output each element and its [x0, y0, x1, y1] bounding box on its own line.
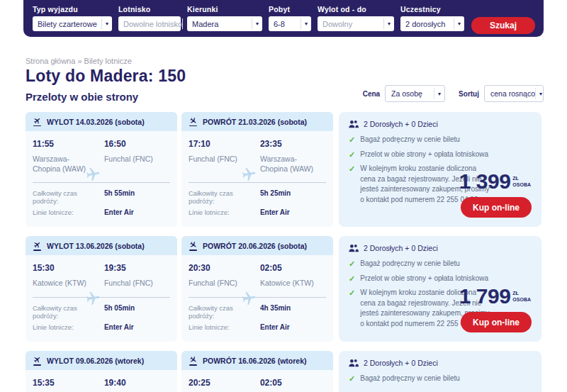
filter-bar: Typ wyjazdu Bilety czarterowe ▾ Lotnisko… [23, 0, 544, 37]
breadcrumb-home-link[interactable]: Strona główna [26, 57, 75, 65]
outbound-section: WYLOT 14.03.2026 (sobota) 11:55 Warszawa… [26, 112, 177, 227]
departure-range-select[interactable]: Dowolny ▾ [318, 16, 394, 31]
benefit-item: ✓Przelot w obie strony + opłata lotnisko… [349, 150, 490, 160]
passengers-label: 2 Dorosłych + 0 Dzieci [364, 244, 438, 252]
arrival-time: 19:35 [104, 263, 170, 273]
filter-destination: Kierunki Madera ▾ [187, 5, 262, 31]
benefit-item: ✓Bagaż podręczny w cenie biletu [349, 259, 490, 269]
offer-panel: 2 Dorosłych + 0 Dzieci ✓Bagaż podręczny … [339, 351, 541, 392]
duration-label: Całkowity czas podróży: [33, 189, 104, 205]
check-icon: ✓ [349, 259, 355, 269]
plane-right-icon [241, 167, 257, 185]
filter-label: Typ wyjazdu [33, 5, 112, 13]
filter-label: Kierunki [187, 5, 262, 13]
plane-right-icon [241, 291, 257, 309]
page-subtitle: Przeloty w obie strony [26, 91, 138, 103]
inbound-header-label: POWRÓT 21.03.2026 (sobota) [203, 118, 307, 126]
arrival-time: 19:40 [104, 378, 170, 388]
filter-airport: Lotnisko Dowolne lotnisko ▾ [118, 5, 181, 31]
chevron-down-icon: ▾ [301, 18, 311, 29]
duration-value: 5h 05min [104, 304, 135, 312]
duration-value: 5h 25min [260, 189, 291, 197]
outbound-details: 15:30 Katowice (KTW) 19:35 Funchal (FNC)… [26, 255, 177, 342]
passengers-label: 2 Dorosłych + 0 Dzieci [364, 359, 438, 367]
arrival-airport: Warszawa-Chopina (WAW) [260, 154, 322, 174]
stay-select[interactable]: 6-8 ▾ [269, 16, 311, 31]
price-amount: 1 799 [459, 286, 511, 307]
destination-select[interactable]: Madera ▾ [187, 16, 262, 31]
filter-label: Uczestnicy [400, 5, 464, 13]
check-icon: ✓ [349, 288, 355, 329]
duration-value: 5h 55min [104, 189, 135, 197]
participants-select[interactable]: 2 dorosłych ▾ [400, 16, 464, 31]
chevron-down-icon: ▾ [535, 88, 546, 99]
buy-online-button[interactable]: Kup on-line [461, 312, 532, 332]
inbound-header: POWRÓT 21.03.2026 (sobota) [181, 112, 333, 131]
airline-label: Linie lotnicze: [33, 323, 104, 331]
check-icon: ✓ [349, 274, 355, 284]
passengers-row: 2 Dorosłych + 0 Dzieci [349, 359, 532, 367]
results-list: WYLOT 14.03.2026 (sobota) 11:55 Warszawa… [26, 112, 541, 392]
outbound-header-label: WYLOT 13.06.2026 (sobota) [47, 242, 145, 250]
departure-time: 15:35 [33, 378, 104, 388]
plane-landing-icon [189, 356, 198, 366]
sort-controls: Cena Za osobę ▾ Sortuj cena rosnąco ▾ [363, 85, 544, 102]
people-icon [349, 120, 359, 128]
filter-trip-type: Typ wyjazdu Bilety czarterowe ▾ [33, 5, 112, 31]
plane-landing-icon [189, 117, 198, 127]
sort-label: Sortuj [459, 90, 479, 98]
airline-value: Enter Air [104, 323, 134, 331]
duration-value: 4h 35min [260, 304, 291, 312]
benefit-item: ✓Bagaż podręczny w cenie biletu [349, 135, 490, 145]
departure-airport: Katowice (KTW) [33, 278, 95, 288]
buy-online-button[interactable]: Kup on-line [461, 197, 532, 218]
filter-participants: Uczestnicy 2 dorosłych ▾ [400, 5, 464, 31]
inbound-header-label: POWRÓT 16.06.2026 (wtorek) [203, 357, 306, 365]
arrival-airport: Funchal (FNC) [104, 154, 167, 164]
departure-time: 15:30 [33, 263, 104, 273]
plane-right-icon [85, 291, 101, 309]
passengers-row: 2 Dorosłych + 0 Dzieci [349, 120, 532, 128]
inbound-header: POWRÓT 16.06.2026 (wtorek) [181, 351, 333, 370]
outbound-header: WYLOT 13.06.2026 (sobota) [26, 236, 177, 255]
airline-label: Linie lotnicze: [189, 208, 260, 216]
price-per: OSOBA [512, 182, 531, 189]
price-mode-select[interactable]: Za osobę ▾ [385, 85, 445, 102]
outbound-section: WYLOT 09.06.2026 (wtorek) 15:35 19:40 [26, 351, 177, 392]
people-icon [349, 359, 359, 367]
departure-airport: Funchal (FNC) [189, 278, 251, 288]
inbound-header: POWRÓT 20.06.2026 (sobota) [181, 236, 333, 255]
divider [189, 182, 326, 183]
chevron-down-icon: ▾ [101, 18, 112, 29]
price-per: OSOBA [512, 297, 531, 303]
flight-result-card: WYLOT 13.06.2026 (sobota) 15:30 Katowice… [26, 236, 541, 342]
check-icon: ✓ [349, 135, 355, 145]
arrival-time: 02:05 [260, 263, 326, 273]
search-button[interactable]: Szukaj [471, 17, 535, 34]
chevron-down-icon: ▾ [252, 18, 262, 29]
outbound-header: WYLOT 14.03.2026 (sobota) [26, 112, 177, 131]
offer-panel: 2 Dorosłych + 0 Dzieci ✓Bagaż podręczny … [339, 112, 541, 227]
breadcrumb-current: Bilety lotnicze [84, 57, 132, 65]
arrival-airport: Funchal (FNC) [104, 278, 167, 288]
price-currency: ZŁ [512, 176, 531, 182]
outbound-header-label: WYLOT 09.06.2026 (wtorek) [47, 357, 144, 365]
inbound-section: POWRÓT 20.06.2026 (sobota) 20:30 Funchal… [181, 236, 333, 342]
airline-value: Enter Air [260, 208, 290, 216]
filter-label: Pobyt [269, 5, 311, 13]
check-icon: ✓ [349, 374, 355, 384]
airline-value: Enter Air [260, 323, 290, 331]
chevron-down-icon: ▾ [454, 18, 464, 29]
airport-select[interactable]: Dowolne lotnisko ▾ [118, 16, 181, 31]
trip-type-select[interactable]: Bilety czarterowe ▾ [33, 16, 112, 31]
breadcrumb: Strona główna » Bilety lotnicze [26, 57, 132, 65]
outbound-details: 15:35 19:40 [26, 370, 177, 392]
outbound-header: WYLOT 09.06.2026 (wtorek) [26, 351, 177, 370]
sort-select[interactable]: cena rosnąco ▾ [484, 85, 544, 102]
chevron-down-icon: ▾ [434, 88, 444, 99]
price-mode-label: Cena [363, 90, 380, 98]
flight-result-card: WYLOT 09.06.2026 (wtorek) 15:35 19:40 [26, 351, 541, 392]
arrival-airport: Katowice (KTW) [260, 278, 322, 288]
filter-label: Wylot od - do [318, 5, 394, 13]
people-icon [349, 244, 359, 252]
